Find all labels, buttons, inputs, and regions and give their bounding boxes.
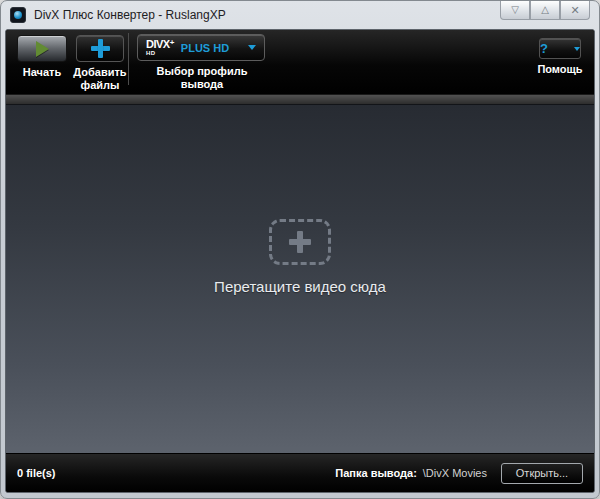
window-title: DivX Плюс Конвертер - RuslangXP [34,8,226,22]
help-button-label: Помощь [534,63,586,76]
maximize-icon: △ [541,5,549,15]
plus-icon [289,231,311,253]
profile-selected-value: PLUS HD [181,42,229,54]
output-folder-path: \DivX Movies [423,467,487,479]
start-tool: Начать [16,35,68,79]
divx-app-icon [10,7,26,23]
help-button[interactable]: ? [539,38,581,59]
toolbar-separator [128,33,129,85]
close-button[interactable]: ✕ [560,1,590,20]
add-files-button[interactable] [76,35,124,62]
titlebar: DivX Плюс Конвертер - RuslangXP ▽ △ ✕ [1,1,599,29]
maximize-button[interactable]: △ [530,1,560,20]
add-files-tool: Добавить файлы [72,35,128,91]
drop-target-icon [269,219,331,265]
plus-icon [91,39,110,58]
chevron-down-icon [248,45,256,50]
app-window: DivX Плюс Конвертер - RuslangXP ▽ △ ✕ На… [0,0,600,499]
divx-orb-icon [14,11,22,19]
add-files-button-label: Добавить файлы [72,66,128,91]
open-folder-button[interactable]: Открыть... [501,463,583,484]
output-folder-label: Папка вывода: [335,467,416,479]
drop-hint-text: Перетащите видео сюда [214,278,386,295]
window-controls: ▽ △ ✕ [500,1,590,20]
minimize-icon: ▽ [511,5,519,15]
drop-hint: Перетащите видео сюда [214,219,386,295]
files-count: 0 file(s) [17,467,56,479]
minimize-button[interactable]: ▽ [500,1,530,20]
start-button-label: Начать [16,66,68,79]
output-folder-group: Папка вывода: \DivX Movies Открыть... [335,463,583,484]
profile-dropdown-label: Выбор профиль вывода [137,65,267,90]
question-mark-icon: ? [540,42,548,55]
close-icon: ✕ [570,5,579,16]
chevron-down-icon [574,47,580,51]
output-profile-dropdown[interactable]: DIVX+ HD PLUS HD [137,34,265,61]
help-tool: ? Помощь [534,38,586,76]
profile-tool: DIVX+ HD PLUS HD Выбор профиль вывода [137,34,267,90]
toolbar-bottom-strip [6,94,594,105]
divx-hd-logo: DIVX+ HD [146,39,174,56]
statusbar: 0 file(s) Папка вывода: \DivX Movies Отк… [6,453,594,492]
video-drop-area[interactable]: Перетащите видео сюда [6,105,594,453]
toolbar: Начать Добавить файлы DIVX+ HD PLUS HD [6,30,594,94]
content-frame: Начать Добавить файлы DIVX+ HD PLUS HD [5,29,595,493]
play-icon [36,41,49,57]
start-button[interactable] [17,35,67,62]
